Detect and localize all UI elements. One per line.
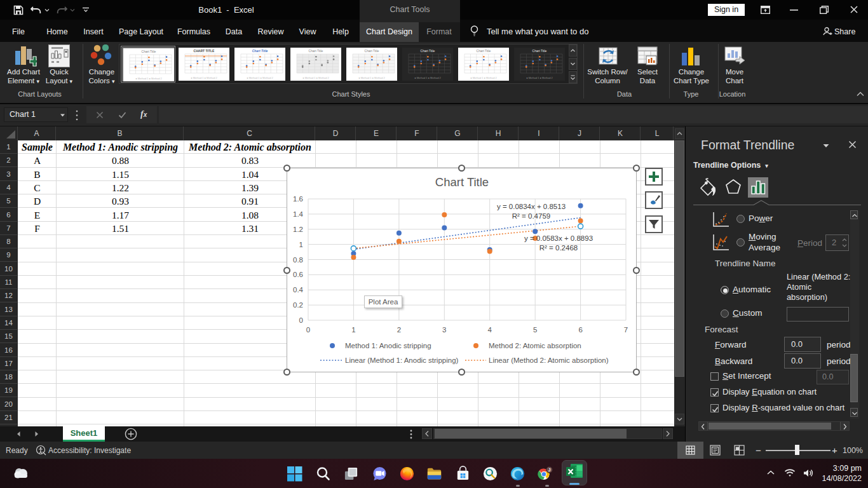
svg-text:Method 2: Atomic absorption: Method 2: Atomic absorption [489, 342, 581, 349]
svg-text:4: 4 [487, 326, 492, 334]
svg-text:Linear (Method 2: Atomic absor: Linear (Method 2: Atomic absorption) [489, 356, 609, 364]
svg-text:● Method 1 ● Method 2: ● Method 1 ● Method 2 [135, 77, 162, 80]
svg-text:7: 7 [624, 326, 628, 334]
svg-text:0.4: 0.4 [293, 286, 304, 294]
svg-text:0: 0 [299, 316, 303, 324]
svg-text:y = 0.0834x + 0.8513: y = 0.0834x + 0.8513 [497, 203, 566, 210]
svg-text:J: J [548, 468, 551, 472]
svg-text:R² = 0.2468: R² = 0.2468 [539, 244, 578, 252]
svg-text:Chart Title: Chart Title [252, 49, 268, 53]
svg-text:3: 3 [442, 326, 446, 334]
svg-text:1: 1 [351, 326, 355, 334]
svg-text:1.4: 1.4 [293, 210, 304, 218]
svg-text:6: 6 [578, 326, 582, 334]
svg-text:2: 2 [397, 326, 401, 334]
svg-text:5: 5 [533, 326, 537, 334]
svg-text:Chart Title: Chart Title [421, 49, 435, 53]
svg-text:● Method 1 ● Method 2: ● Method 1 ● Method 2 [247, 76, 273, 79]
svg-text:y = 0.0583x + 0.8893: y = 0.0583x + 0.8893 [524, 234, 593, 242]
svg-text:● Method 1 ● Method 2: ● Method 1 ● Method 2 [470, 76, 497, 79]
svg-text:● Method 1 ● Method 2: ● Method 1 ● Method 2 [302, 76, 329, 79]
svg-text:Chart Title: Chart Title [435, 175, 489, 189]
svg-text:● Method 1 ● Method 2: ● Method 1 ● Method 2 [414, 76, 441, 79]
svg-text:R² = 0.4759: R² = 0.4759 [512, 212, 550, 220]
svg-text:Chart Title: Chart Title [142, 50, 156, 53]
svg-text:● Method 1 ● Method 2: ● Method 1 ● Method 2 [526, 76, 553, 79]
svg-text:CHART TITLE: CHART TITLE [194, 49, 215, 53]
svg-text:0.8: 0.8 [293, 256, 303, 264]
svg-text:● Method 1 ● Method 2: ● Method 1 ● Method 2 [191, 76, 217, 79]
svg-text:Method 1: Anodic stripping: Method 1: Anodic stripping [345, 342, 431, 349]
svg-text:1: 1 [299, 241, 303, 248]
svg-text:1.2: 1.2 [293, 226, 303, 233]
svg-text:Chart Title: Chart Title [365, 49, 379, 53]
svg-text:1.6: 1.6 [293, 195, 303, 203]
svg-text:Linear (Method 1: Anodic strip: Linear (Method 1: Anodic stripping) [345, 356, 459, 364]
svg-text:Chart Title: Chart Title [309, 49, 323, 53]
svg-text:Chart Title: Chart Title [477, 49, 491, 53]
svg-text:0.6: 0.6 [293, 271, 303, 278]
svg-text:● Method 1 ● Method 2: ● Method 1 ● Method 2 [358, 76, 385, 79]
svg-text:0.2: 0.2 [293, 301, 303, 309]
svg-text:Chart Title: Chart Title [532, 49, 547, 53]
svg-text:0: 0 [306, 326, 310, 334]
